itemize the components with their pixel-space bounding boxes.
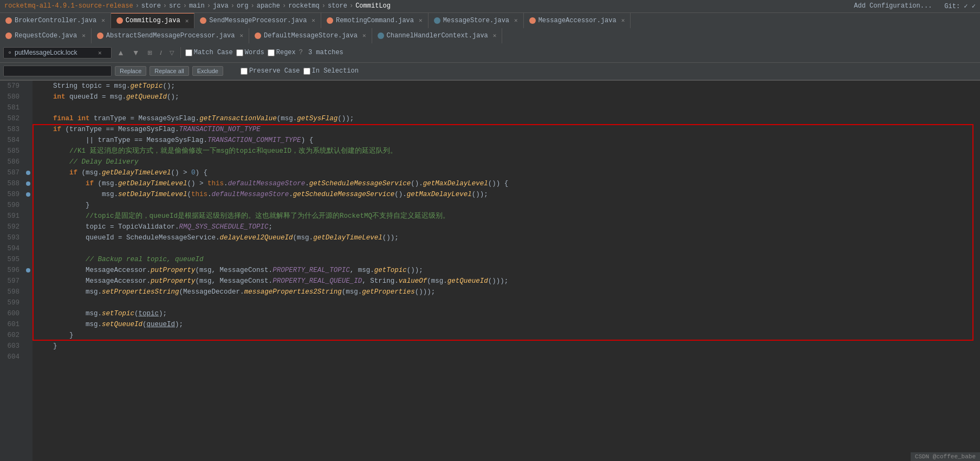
close-tab-messageaccessor[interactable]: ✕ [621,17,625,24]
tab-remotingcommand[interactable]: RemotingCommand.java ✕ [321,13,429,28]
search-loop-icon: ⚬ [7,49,12,57]
code-line-586: // Delay Delivery [37,157,980,167]
code-line-591: //topic是固定的，queueId是根据延迟级别选择的。这也就解释了为什么开… [37,211,980,222]
breadcrumb-sep-1: › [163,2,167,10]
breadcrumb-item-9[interactable]: CommitLog [355,2,391,10]
line-numbers: 579 580 581 582 583 584 585 586 587 588 … [0,81,24,461]
close-tab-messagestore[interactable]: ✕ [514,17,518,24]
prev-match-button[interactable]: ▲ [115,47,127,58]
in-selection-label[interactable]: In Selection [303,67,359,75]
tab-requestcode[interactable]: RequestCode.java ✕ [0,28,92,43]
preserve-case-checkbox[interactable] [241,68,248,75]
preserve-case-label[interactable]: Preserve Case [241,67,300,75]
tab-icon-brokercntroller [5,17,12,24]
replace-input[interactable] [7,67,88,75]
tab-icon-requestcode [5,33,12,39]
breadcrumb-sep-8: › [349,2,353,10]
close-tab-abstractsend[interactable]: ✕ [239,32,243,39]
breadcrumb-item-5[interactable]: org [237,2,249,10]
breadcrumb-sep-2: › [183,2,187,10]
tab-icon-channelhandler [378,33,384,39]
regex-text: Regex [276,49,296,56]
close-tab-remotingcmd[interactable]: ✕ [419,17,423,24]
tab-row-1: BrokerController.java ✕ CommitLog.java ✕… [0,13,980,28]
regex-checkbox[interactable] [268,49,275,56]
find-all-button[interactable]: ⊞ [145,48,154,57]
tab-icon-messageaccessor [529,17,536,24]
tab-label-requestcode: RequestCode.java [15,32,77,40]
clear-search-icon[interactable]: ✕ [98,49,102,56]
code-line-580: int queueId = msg.getQueueId(); [37,92,980,102]
close-tab-requestcode[interactable]: ✕ [82,32,86,39]
tab-icon-remotingcmd [327,17,333,24]
tab-messagestore[interactable]: MessageStore.java ✕ [429,13,524,28]
code-content[interactable]: String topic = msg.getTopic(); int queue… [33,81,980,461]
breadcrumb-item-6[interactable]: apache [257,2,280,10]
breadcrumb-item-8[interactable]: store [328,2,347,10]
code-line-584: || tranType == MessageSysFlag.TRANSACTIO… [37,135,980,146]
close-tab-commitlog[interactable]: ✕ [185,17,189,24]
breadcrumb-item-2[interactable]: src [169,2,181,10]
code-line-579: String topic = msg.getTopic(); [37,81,980,92]
tab-icon-commitlog [116,17,123,24]
regex-label[interactable]: Regex [268,49,296,56]
words-checkbox[interactable] [236,49,243,56]
breadcrumb-item-3[interactable]: main [189,2,205,10]
tab-messageaccessor[interactable]: MessageAccessor.java ✕ [524,13,631,28]
tab-label-messageaccessor: MessageAccessor.java [538,17,616,24]
breakpoint-587 [26,171,30,175]
tab-label-sendmsg: SendMessageProcessor.java [209,17,307,24]
tab-label-abstractsend: AbstractSendMessageProcessor.java [106,32,235,40]
close-tab-defaultmessagestore[interactable]: ✕ [362,32,366,39]
editor-wrapper: rocketmq-all-4.9.1-source-release › stor… [0,0,980,461]
breadcrumb-sep-6: › [282,2,286,10]
tab-channelhandlercontext[interactable]: ChannelHandlerContext.java ✕ [372,28,503,43]
code-line-602: } [37,330,980,341]
code-line-589: msg.setDelayTimeLevel(this.defaultMessag… [37,189,980,200]
tab-commitlog[interactable]: CommitLog.java ✕ [111,13,194,28]
breadcrumb-item-7[interactable]: rocketmq [288,2,320,10]
close-tab-channelhandler[interactable]: ✕ [493,32,497,39]
next-match-button[interactable]: ▼ [130,47,142,58]
replace-input-wrap [3,66,112,76]
replace-all-button[interactable]: Replace all [150,66,189,76]
match-case-checkbox[interactable] [185,49,192,56]
close-tab-sendmsg[interactable]: ✕ [311,17,315,24]
words-label[interactable]: Words [236,49,264,56]
code-line-604 [37,352,980,362]
filter-button[interactable]: ▽ [167,48,176,57]
in-selection-checkbox[interactable] [303,68,310,75]
add-config-btn[interactable]: Add Configuration... [854,2,932,10]
code-line-597: MessageAccessor.putProperty(msg, Message… [37,276,980,287]
match-count: 3 matches [308,49,343,56]
tab-defaultmessagestore[interactable]: DefaultMessageStore.java ✕ [249,28,372,43]
tab-label-brokercontroller: BrokerController.java [15,17,96,24]
tab-abstractsend[interactable]: AbstractSendMessageProcessor.java ✕ [92,28,249,43]
code-line-598: msg.setPropertiesString(MessageDecoder.m… [37,287,980,297]
code-line-596: MessageAccessor.putProperty(msg, Message… [37,265,980,276]
tab-sendmessageprocessor[interactable]: SendMessageProcessor.java ✕ [194,13,321,28]
replace-button[interactable]: Replace [115,66,146,76]
code-line-594 [37,243,980,254]
breadcrumb-sep-5: › [251,2,255,10]
tab-icon-defaultmessagestore [255,33,261,39]
breadcrumb-item-1[interactable]: store [141,2,161,10]
tab-brokercntroller[interactable]: BrokerController.java ✕ [0,13,111,28]
tab-label-channelhandler: ChannelHandlerContext.java [387,32,488,40]
editor-area: 579 580 581 582 583 584 585 586 587 588 … [0,81,980,461]
close-tab-brokercontroller[interactable]: ✕ [101,17,105,24]
exclude-button[interactable]: Exclude [192,66,223,76]
in-selection-text: In Selection [312,67,359,75]
preserve-case-text: Preserve Case [249,67,300,75]
toggle-options-button[interactable]: 𝐼 [158,48,164,57]
tabs-area: BrokerController.java ✕ CommitLog.java ✕… [0,13,980,43]
search-input[interactable] [15,49,96,56]
help-icon[interactable]: ? [299,49,303,56]
tab-label-remotingcmd: RemotingCommand.java [336,17,414,24]
code-line-599 [37,297,980,308]
match-case-label[interactable]: Match Case [185,49,233,56]
words-text: Words [245,49,264,56]
breadcrumb-item-0[interactable]: rocketmq-all-4.9.1-source-release [4,2,133,10]
breadcrumb-item-4[interactable]: java [213,2,229,10]
tab-icon-abstractsend [97,33,103,39]
